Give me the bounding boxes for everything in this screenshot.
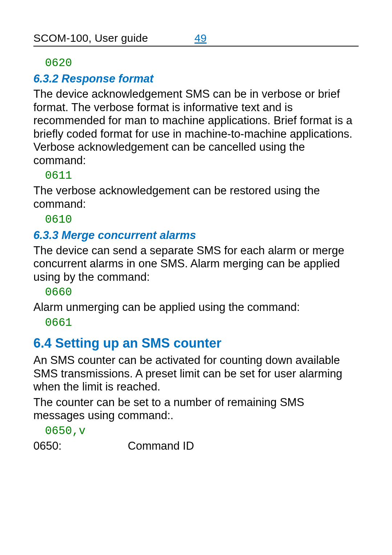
paragraph-632-2: The verbose acknowledgement can be resto… xyxy=(33,184,359,211)
paragraph-633-2: Alarm unmerging can be applied using the… xyxy=(33,301,359,314)
paragraph-64-1: An SMS counter can be activated for coun… xyxy=(33,354,359,394)
paragraph-633-1: The device can send a separate SMS for e… xyxy=(33,244,359,284)
code-0620: 0620 xyxy=(45,57,359,69)
code-0611: 0611 xyxy=(45,169,359,182)
command-label: 0650: xyxy=(33,439,128,453)
page-header: SCOM-100, User guide 49 xyxy=(33,32,359,46)
heading-64: 6.4 Setting up an SMS counter xyxy=(33,336,359,351)
code-0610: 0610 xyxy=(45,213,359,226)
header-page-number: 49 xyxy=(195,32,207,44)
heading-632: 6.3.2 Response format xyxy=(33,72,359,85)
command-description: Command ID xyxy=(128,439,194,453)
code-0650v: 0650,v xyxy=(45,425,359,437)
paragraph-64-2: The counter can be set to a number of re… xyxy=(33,396,359,422)
heading-633: 6.3.3 Merge concurrent alarms xyxy=(33,229,359,242)
command-row: 0650: Command ID xyxy=(33,439,359,453)
code-0661: 0661 xyxy=(45,316,359,329)
header-title: SCOM-100, User guide xyxy=(33,32,148,44)
code-0660: 0660 xyxy=(45,286,359,299)
paragraph-632-1: The device acknowledgement SMS can be in… xyxy=(33,88,359,167)
